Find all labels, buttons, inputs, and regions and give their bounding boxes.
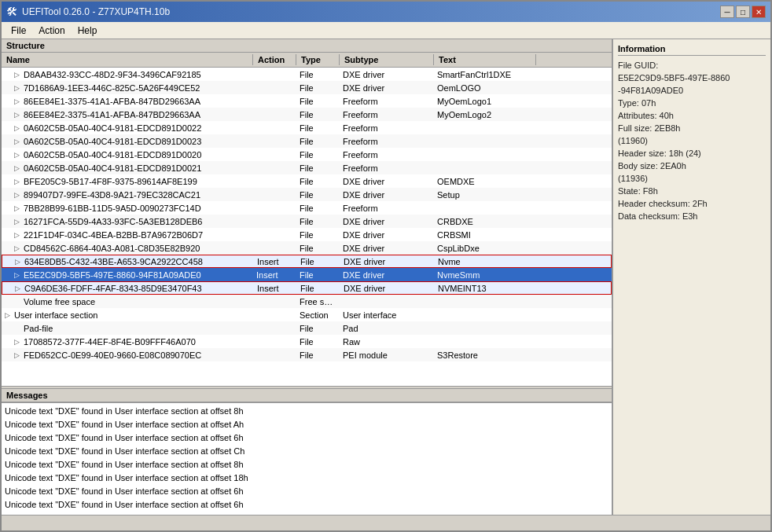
tree-row[interactable]: ▷634E8DB5-C432-43BE-A653-9CA2922CC458Ins… <box>2 255 612 268</box>
tree-row[interactable]: ▷86EE84E1-3375-41A1-AFBA-847BD29663AAFil… <box>2 94 612 108</box>
tree-row[interactable]: ▷D8AAB432-93CC-48D2-9F34-3496CAF92185Fil… <box>2 68 612 81</box>
row-subtype-cell: Raw <box>340 336 434 347</box>
row-name-cell: ▷634E8DB5-C432-43BE-A653-9CA2922CC458 <box>2 257 254 266</box>
row-name-cell: ▷7BB28B99-61BB-11D5-9A5D-0090273FC14D <box>2 204 253 213</box>
row-name-text: Pad-file <box>24 324 53 333</box>
row-arrow-icon: ▷ <box>14 351 24 359</box>
row-action-cell <box>253 167 296 169</box>
row-name-text: C9A6DE36-FDFF-4FAF-8343-85D9E3470F43 <box>24 284 202 293</box>
row-action-cell <box>253 248 296 249</box>
row-text-cell: CspLibDxe <box>434 243 536 254</box>
row-type-cell: File <box>296 336 340 347</box>
row-name-cell: Pad-file <box>2 324 253 333</box>
info-line: -94F81A09ADE0 <box>618 84 766 97</box>
row-type-cell: File <box>296 243 340 254</box>
col-header-subtype: Subtype <box>340 54 434 65</box>
row-name-text: 0A602C5B-05A0-40C4-9181-EDCD891D0022 <box>24 123 201 133</box>
main-window: 🛠 UEFITool 0.26.0 - Z77XUP4TH.10b ─ □ ✕ … <box>0 0 772 532</box>
row-name-cell: ▷86EE84E2-3375-41A1-AFBA-847BD29663AA <box>2 110 253 119</box>
row-arrow-icon: ▷ <box>14 97 24 105</box>
row-name-text: 7D1686A9-1EE3-446C-825C-5A26F449CE52 <box>24 83 200 93</box>
row-arrow-icon: ▷ <box>14 244 24 252</box>
tree-row[interactable]: ▷FED652CC-0E99-40E0-9660-E08C089070ECFil… <box>2 348 612 361</box>
menu-help[interactable]: Help <box>72 24 104 38</box>
tree-row[interactable]: ▷0A602C5B-05A0-40C4-9181-EDCD891D0021Fil… <box>2 161 612 174</box>
row-subtype-cell <box>340 301 434 303</box>
row-type-cell: File <box>296 323 340 334</box>
row-type-cell: File <box>296 203 340 214</box>
row-name-text: 7BB28B99-61BB-11D5-9A5D-0090273FC14D <box>24 204 201 213</box>
row-action-cell: Insert <box>254 283 297 294</box>
tree-row[interactable]: ▷0A602C5B-05A0-40C4-9181-EDCD891D0023Fil… <box>2 134 612 148</box>
row-action-cell <box>253 341 296 343</box>
message-line: Unicode text "DXE" found in User interfa… <box>5 445 608 458</box>
minimize-button[interactable]: ─ <box>720 6 734 18</box>
tree-row[interactable]: ▷16271FCA-55D9-4A33-93FC-5A3EB128DEB6Fil… <box>2 215 612 228</box>
tree-row[interactable]: ▷0A602C5B-05A0-40C4-9181-EDCD891D0020Fil… <box>2 148 612 161</box>
row-name-cell: ▷C9A6DE36-FDFF-4FAF-8343-85D9E3470F43 <box>2 284 254 293</box>
tree-row[interactable]: ▷BFE205C9-5B17-4F8F-9375-89614AF8E199Fil… <box>2 174 612 188</box>
row-name-cell: ▷User interface section <box>2 310 253 320</box>
tree-row[interactable]: ▷0A602C5B-05A0-40C4-9181-EDCD891D0022Fil… <box>2 121 612 134</box>
row-subtype-cell: DXE driver <box>340 216 434 227</box>
tree-row[interactable]: ▷User interface sectionSectionUser inter… <box>2 308 612 321</box>
tree-row[interactable]: ▷899407D7-99FE-43D8-9A21-79EC328CAC21Fil… <box>2 188 612 201</box>
message-line: Unicode text "DXE" found in User interfa… <box>5 431 608 445</box>
status-bar <box>2 515 770 530</box>
tree-row[interactable]: Volume free spaceFree space <box>2 295 612 308</box>
row-text-cell: Setup <box>434 189 536 200</box>
tree-row[interactable]: ▷CD84562C-6864-40A3-A081-C8D35E82B920Fil… <box>2 241 612 255</box>
tree-row[interactable]: ▷7D1686A9-1EE3-446C-825C-5A26F449CE52Fil… <box>2 81 612 94</box>
row-name-cell: ▷16271FCA-55D9-4A33-93FC-5A3EB128DEB6 <box>2 217 253 226</box>
row-name-text: 16271FCA-55D9-4A33-93FC-5A3EB128DEB6 <box>24 217 202 226</box>
col-header-type: Type <box>296 54 340 65</box>
row-text-cell <box>434 141 536 142</box>
tree-row[interactable]: ▷17088572-377F-44EF-8F4E-B09FFF46A070Fil… <box>2 335 612 348</box>
row-subtype-cell: DXE driver <box>340 256 435 267</box>
tree-row[interactable]: ▷C9A6DE36-FDFF-4FAF-8343-85D9E3470F43Ins… <box>2 281 612 295</box>
menu-bar: File Action Help <box>2 22 770 39</box>
row-text-cell <box>434 341 536 343</box>
row-type-cell: File <box>296 270 340 281</box>
menu-file[interactable]: File <box>5 24 32 38</box>
info-line: Header checksum: 2Fh <box>618 197 766 210</box>
message-line: Unicode text "DXE" found in User interfa… <box>5 418 608 431</box>
tree-body[interactable]: ▷D8AAB432-93CC-48D2-9F34-3496CAF92185Fil… <box>2 68 612 386</box>
row-name-cell: ▷899407D7-99FE-43D8-9A21-79EC328CAC21 <box>2 190 253 200</box>
row-name-text: 0A602C5B-05A0-40C4-9181-EDCD891D0023 <box>24 137 201 146</box>
tree-row[interactable]: ▷7BB28B99-61BB-11D5-9A5D-0090273FC14DFil… <box>2 201 612 215</box>
row-subtype-cell: Freeform <box>340 109 434 120</box>
row-subtype-cell: DXE driver <box>340 176 434 187</box>
row-name-text: Volume free space <box>24 297 95 306</box>
tree-row[interactable]: ▷E5E2C9D9-5BF5-497E-8860-94F81A09ADE0Ins… <box>2 268 612 281</box>
close-button[interactable]: ✕ <box>752 6 766 18</box>
row-type-cell: File <box>297 256 340 267</box>
row-action-cell <box>253 87 296 89</box>
row-arrow-icon: ▷ <box>14 84 24 92</box>
menu-action[interactable]: Action <box>32 24 71 38</box>
tree-header: Name Action Type Subtype Text <box>2 53 612 68</box>
maximize-button[interactable]: □ <box>736 6 750 18</box>
row-action-cell <box>253 301 296 303</box>
row-arrow-icon: ▷ <box>14 231 24 239</box>
message-line: Unicode text "DXE" found in User interfa… <box>5 405 608 418</box>
row-name-text: D8AAB432-93CC-48D2-9F34-3496CAF92185 <box>24 70 201 79</box>
row-action-cell <box>253 74 296 75</box>
tree-row[interactable]: ▷221F1D4F-034C-4BEA-B2BB-B7A9672B06D7Fil… <box>2 228 612 241</box>
tree-row[interactable]: ▷86EE84E2-3375-41A1-AFBA-847BD29663AAFil… <box>2 108 612 121</box>
row-text-cell: SmartFanCtrl1DXE <box>434 69 536 80</box>
row-action-cell <box>253 194 296 196</box>
row-name-cell: ▷221F1D4F-034C-4BEA-B2BB-B7A9672B06D7 <box>2 230 253 240</box>
row-arrow-icon: ▷ <box>14 111 24 119</box>
row-type-cell: File <box>296 189 340 200</box>
col-header-name: Name <box>2 54 253 65</box>
row-action-cell <box>253 221 296 222</box>
messages-body[interactable]: Unicode text "DXE" found in User interfa… <box>2 402 612 515</box>
row-arrow-icon: ▷ <box>14 338 24 346</box>
row-arrow-icon: ▷ <box>14 164 24 172</box>
row-name-text: 221F1D4F-034C-4BEA-B2BB-B7A9672B06D7 <box>24 230 203 240</box>
row-text-cell: Nvme <box>435 256 537 267</box>
tree-row[interactable]: Pad-fileFilePad <box>2 321 612 335</box>
row-arrow-icon: ▷ <box>14 151 24 159</box>
row-action-cell <box>253 328 296 329</box>
